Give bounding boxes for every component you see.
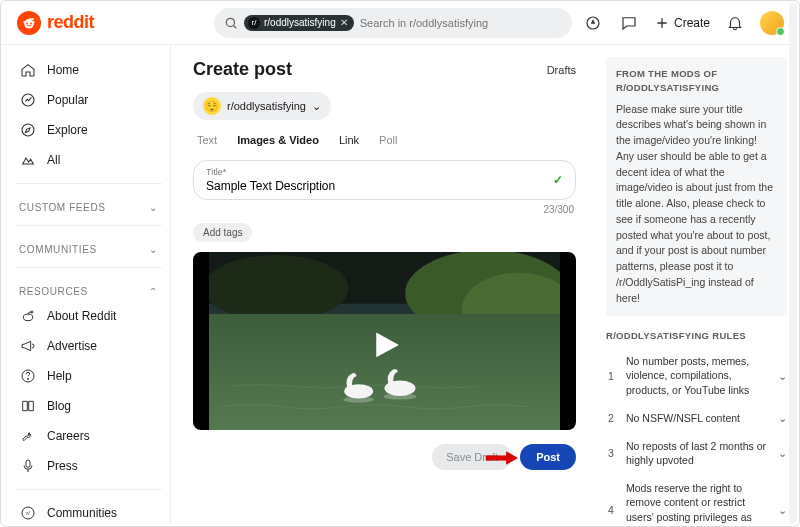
check-icon: ✓ — [553, 173, 563, 187]
save-draft-button[interactable]: Save Draft — [432, 444, 512, 470]
megaphone-icon — [19, 337, 37, 355]
rule-row[interactable]: 1No number posts, memes, violence, compi… — [606, 347, 787, 404]
rule-text: No number posts, memes, violence, compil… — [626, 354, 768, 397]
plus-icon — [654, 15, 670, 31]
community-selector[interactable]: 😌 r/oddlysatisfying ⌄ — [193, 92, 331, 120]
rule-number: 2 — [606, 412, 616, 424]
chevron-down-icon: ⌄ — [778, 447, 787, 459]
tab-poll[interactable]: Poll — [379, 130, 397, 150]
sidebar-item-label: Popular — [47, 93, 88, 107]
svg-point-16 — [27, 378, 28, 379]
title-input[interactable] — [206, 177, 527, 193]
svg-point-28 — [209, 255, 348, 321]
sidebar-item-explore[interactable]: Explore — [15, 115, 162, 145]
help-icon — [19, 367, 37, 385]
svg-point-33 — [343, 397, 374, 403]
subreddit-icon: r/ — [248, 17, 260, 29]
sidebar-item-advertise[interactable]: Advertise — [15, 331, 162, 361]
sidebar-item-help[interactable]: Help — [15, 361, 162, 391]
svg-point-2 — [30, 22, 32, 24]
title-field[interactable]: Title* ✓ — [193, 160, 576, 200]
tab-images-video[interactable]: Images & Video — [237, 130, 319, 150]
book-icon — [19, 397, 37, 415]
sidebar-item-label: Explore — [47, 123, 88, 137]
popular-icon — [19, 91, 37, 109]
rule-row[interactable]: 2No NSFW/NSFL content⌄ — [606, 404, 787, 432]
create-label: Create — [674, 16, 710, 30]
mod-notice-heading: FROM THE MODS OF R/ODDLYSATISFYING — [616, 67, 777, 96]
svg-text:r/: r/ — [26, 510, 30, 516]
page-title: Create post — [193, 59, 292, 80]
home-icon — [19, 61, 37, 79]
reddit-logo-icon — [17, 11, 41, 35]
svg-point-4 — [23, 21, 25, 23]
svg-point-34 — [383, 393, 416, 399]
rule-row[interactable]: 3No reposts of last 2 months or highly u… — [606, 432, 787, 474]
svg-point-6 — [226, 18, 234, 26]
sidebar-item-home[interactable]: Home — [15, 55, 162, 85]
post-button[interactable]: Post — [520, 444, 576, 470]
create-button[interactable]: Create — [654, 15, 710, 31]
sidebar-item-popular[interactable]: Popular — [15, 85, 162, 115]
chevron-down-icon: ⌄ — [312, 100, 321, 113]
rule-text: No reposts of last 2 months or highly up… — [626, 439, 768, 467]
main-content: Create post Drafts 😌 r/oddlysatisfying ⌄… — [171, 45, 594, 524]
rule-text: Mods reserve the right to remove content… — [626, 481, 768, 524]
notifications-icon[interactable] — [724, 12, 746, 34]
wrench-icon — [19, 427, 37, 445]
brand-name: reddit — [47, 12, 94, 33]
svg-point-5 — [33, 21, 35, 23]
tab-link[interactable]: Link — [339, 130, 359, 150]
section-custom-feeds[interactable]: CUSTOM FEEDS⌄ — [15, 192, 162, 217]
tab-text[interactable]: Text — [197, 130, 217, 150]
explore-icon — [19, 121, 37, 139]
sidebar-item-all[interactable]: All — [15, 145, 162, 175]
section-communities[interactable]: COMMUNITIES⌄ — [15, 234, 162, 259]
rule-number: 1 — [606, 370, 616, 382]
chevron-down-icon: ⌄ — [149, 202, 158, 213]
search-input[interactable] — [360, 17, 562, 29]
search-scope-label: r/oddlysatisfying — [264, 17, 336, 28]
sidebar-item-press[interactable]: Press — [15, 451, 162, 481]
sidebar-item-blog[interactable]: Blog — [15, 391, 162, 421]
mod-notice: FROM THE MODS OF R/ODDLYSATISFYING Pleas… — [606, 57, 787, 316]
mic-icon — [19, 457, 37, 475]
add-tags-button[interactable]: Add tags — [193, 223, 252, 242]
logo[interactable]: reddit — [17, 11, 94, 35]
sidebar-item-label: Home — [47, 63, 79, 77]
sidebar-item-label: All — [47, 153, 60, 167]
communities-icon: r/ — [19, 504, 37, 522]
chevron-down-icon: ⌄ — [778, 504, 787, 516]
community-face-icon: 😌 — [203, 97, 221, 115]
svg-line-7 — [234, 25, 237, 28]
scrollbar[interactable] — [789, 3, 797, 524]
chevron-up-icon: ⌃ — [149, 286, 158, 297]
ads-icon[interactable] — [582, 12, 604, 34]
reddit-outline-icon — [19, 307, 37, 325]
community-name: r/oddlysatisfying — [227, 100, 306, 112]
search-bar[interactable]: r/ r/oddlysatisfying ✕ — [214, 8, 572, 38]
sidebar-item-communities[interactable]: r/Communities — [15, 498, 162, 524]
title-counter: 23/300 — [195, 204, 574, 215]
section-resources[interactable]: RESOURCES⌃ — [15, 276, 162, 301]
chip-close-icon[interactable]: ✕ — [340, 17, 348, 28]
chevron-down-icon: ⌄ — [778, 370, 787, 382]
title-label: Title* — [206, 167, 563, 177]
drafts-link[interactable]: Drafts — [547, 64, 576, 76]
sidebar-item-careers[interactable]: Careers — [15, 421, 162, 451]
chevron-down-icon: ⌄ — [149, 244, 158, 255]
svg-rect-17 — [26, 460, 30, 467]
chevron-down-icon: ⌄ — [778, 412, 787, 424]
rule-row[interactable]: 4Mods reserve the right to remove conten… — [606, 474, 787, 524]
avatar[interactable] — [760, 11, 784, 35]
sidebar-item-about[interactable]: About Reddit — [15, 301, 162, 331]
search-icon — [224, 16, 238, 30]
mod-notice-body: Please make sure your title describes wh… — [616, 102, 777, 307]
video-preview[interactable] — [193, 252, 576, 430]
chat-icon[interactable] — [618, 12, 640, 34]
rule-number: 3 — [606, 447, 616, 459]
svg-rect-30 — [209, 314, 560, 430]
search-scope-chip[interactable]: r/ r/oddlysatisfying ✕ — [244, 15, 354, 31]
svg-point-13 — [23, 314, 32, 321]
right-sidebar: FROM THE MODS OF R/ODDLYSATISFYING Pleas… — [594, 45, 799, 524]
